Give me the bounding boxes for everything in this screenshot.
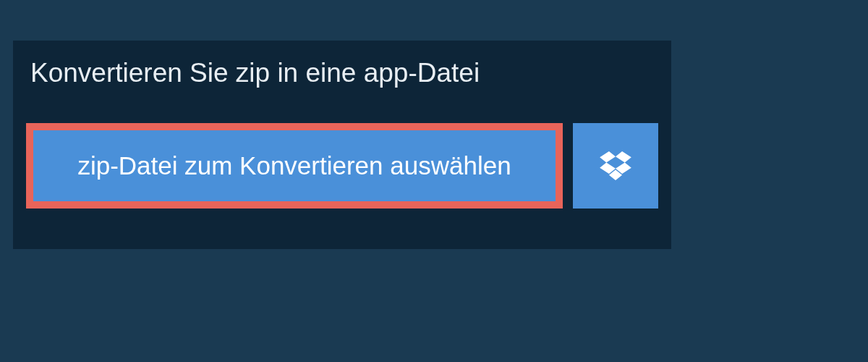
title-bar: Konvertieren Sie zip in eine app-Datei <box>13 41 556 106</box>
dropbox-icon <box>600 151 631 180</box>
converter-panel: Konvertieren Sie zip in eine app-Datei z… <box>13 41 671 249</box>
dropbox-button[interactable] <box>573 123 658 209</box>
select-file-button[interactable]: zip-Datei zum Konvertieren auswählen <box>26 123 563 209</box>
page-title: Konvertieren Sie zip in eine app-Datei <box>30 58 480 88</box>
button-row: zip-Datei zum Konvertieren auswählen <box>13 106 671 209</box>
select-file-button-label: zip-Datei zum Konvertieren auswählen <box>77 151 511 180</box>
